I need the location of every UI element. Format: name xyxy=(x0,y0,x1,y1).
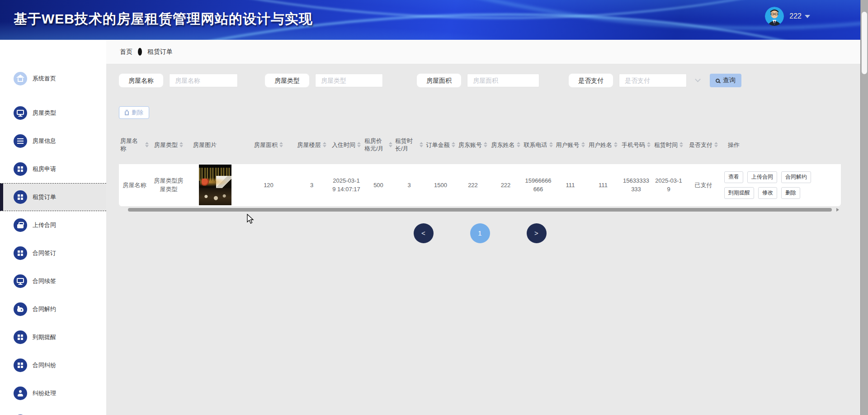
page-scrollbar[interactable] xyxy=(860,0,868,415)
sort-icon[interactable] xyxy=(145,142,149,147)
sort-icon[interactable] xyxy=(484,142,487,147)
sort-icon[interactable] xyxy=(614,142,618,147)
cell-user-account: 111 xyxy=(554,164,586,206)
column-header-mobile[interactable]: 手机号码 xyxy=(620,125,652,164)
paid-status-filter-label: 是否支付 xyxy=(569,74,613,87)
sidebar-item-system-home[interactable]: 系统首页 xyxy=(0,65,106,93)
sidebar-item-label: 合同纠纷 xyxy=(33,361,56,369)
grid-icon xyxy=(14,190,27,204)
sort-icon[interactable] xyxy=(420,142,423,147)
column-header-contact-phone[interactable]: 联系电话 xyxy=(522,125,554,164)
sidebar-item-partial[interactable] xyxy=(0,407,106,415)
house-area-input[interactable] xyxy=(467,74,539,87)
sidebar-item-expiry-reminder[interactable]: 到期提醒 xyxy=(0,323,106,351)
sidebar-item-rental-order[interactable]: 租赁订单 xyxy=(0,183,106,211)
sidebar-item-contract-signing[interactable]: 合同签订 xyxy=(0,239,106,267)
column-header-lease-time[interactable]: 租赁时间 xyxy=(652,125,685,164)
row-delete-button[interactable]: 删除 xyxy=(781,187,800,199)
trash-icon xyxy=(125,111,129,115)
sidebar-item-contract-dispute[interactable]: 合同纠纷 xyxy=(0,351,106,379)
username[interactable]: 222 xyxy=(789,12,802,20)
column-header-price[interactable]: 租房价格元/月 xyxy=(363,125,394,164)
monitor-icon xyxy=(14,106,27,120)
sort-icon[interactable] xyxy=(647,142,651,147)
app-header: 基于WEB技术的房屋租赁管理网站的设计与实现 222 xyxy=(0,0,868,40)
chevron-down-icon xyxy=(805,15,810,18)
house-type-input[interactable] xyxy=(315,74,383,87)
sidebar-item-rental-application[interactable]: 租房申请 xyxy=(0,155,106,183)
house-area-filter-label: 房屋面积 xyxy=(417,74,461,87)
next-page-button[interactable]: > xyxy=(527,223,547,243)
cell-mobile: 15633333333 xyxy=(620,164,652,206)
sort-icon[interactable] xyxy=(517,142,520,147)
cell-actions: 查看 上传合同 合同解约 到期提醒 修改 删除 xyxy=(722,164,841,206)
search-icon xyxy=(716,79,720,83)
delete-button[interactable]: 删除 xyxy=(119,106,149,119)
column-header-landlord-account[interactable]: 房东账号 xyxy=(457,125,489,164)
sort-icon[interactable] xyxy=(389,142,392,147)
table-scrollbar-thumb[interactable] xyxy=(128,208,832,212)
sidebar-item-label: 到期提醒 xyxy=(33,333,56,341)
prev-page-button[interactable]: < xyxy=(414,223,434,243)
contract-release-button[interactable]: 合同解约 xyxy=(781,171,811,183)
edit-button[interactable]: 修改 xyxy=(758,187,777,199)
column-header-landlord-name[interactable]: 房东姓名 xyxy=(489,125,522,164)
cell-house-name: 房屋名称 xyxy=(119,164,150,206)
column-header-house-area[interactable]: 房屋面积 xyxy=(243,125,294,164)
sidebar-item-upload-contract[interactable]: 上传合同 xyxy=(0,211,106,239)
expiry-reminder-button[interactable]: 到期提醒 xyxy=(724,187,754,199)
column-header-user-account[interactable]: 用户账号 xyxy=(554,125,586,164)
upload-contract-button[interactable]: 上传合同 xyxy=(747,171,777,183)
sort-icon[interactable] xyxy=(323,142,326,147)
sort-icon[interactable] xyxy=(357,142,361,147)
column-header-duration[interactable]: 租赁时长/月 xyxy=(394,125,425,164)
sort-icon[interactable] xyxy=(279,142,283,147)
column-header-paid-status[interactable]: 是否支付 xyxy=(685,125,722,164)
grid-icon xyxy=(14,358,27,372)
house-name-input[interactable] xyxy=(169,74,238,87)
paid-status-select[interactable] xyxy=(619,74,687,87)
cell-duration: 3 xyxy=(394,164,425,206)
cell-house-floor: 3 xyxy=(294,164,330,206)
sort-icon[interactable] xyxy=(549,142,553,147)
cell-price: 500 xyxy=(363,164,394,206)
sidebar-item-house-type[interactable]: 房屋类型 xyxy=(0,99,106,127)
pagination: < 1 > xyxy=(119,223,841,243)
page-scrollbar-thumb[interactable] xyxy=(862,12,867,74)
sort-icon[interactable] xyxy=(452,142,455,147)
column-header-order-amount[interactable]: 订单金额 xyxy=(425,125,457,164)
sort-icon[interactable] xyxy=(179,142,183,147)
house-photo[interactable] xyxy=(199,165,231,205)
view-button[interactable]: 查看 xyxy=(724,171,743,183)
column-header-house-floor[interactable]: 房屋楼层 xyxy=(294,125,330,164)
column-header-user-name[interactable]: 用户姓名 xyxy=(586,125,620,164)
user-avatar[interactable] xyxy=(765,7,784,26)
sort-icon[interactable] xyxy=(679,142,683,147)
sidebar-item-house-info[interactable]: 房屋信息 xyxy=(0,127,106,155)
cell-lease-time: 2025-03-19 xyxy=(652,164,685,206)
column-header-house-type[interactable]: 房屋类型 xyxy=(150,125,187,164)
sort-icon[interactable] xyxy=(714,142,718,147)
table-scrollbar[interactable] xyxy=(119,207,841,212)
sidebar-item-label: 上传合同 xyxy=(33,221,56,229)
sidebar: 系统首页 房屋类型 房屋信息 租房申请 租赁订单 上传合同 合同签订 合同续签 … xyxy=(0,40,106,415)
sidebar-item-contract-renewal[interactable]: 合同续签 xyxy=(0,267,106,295)
breadcrumb-home[interactable]: 首页 xyxy=(120,48,132,56)
table-header-row: 房屋名称 房屋类型 房屋图片 房屋面积 房屋楼层 入住时间 租房价格元/月 租赁… xyxy=(119,125,841,164)
cell-house-type: 房屋类型房屋类型 xyxy=(150,164,187,206)
column-header-house-name[interactable]: 房屋名称 xyxy=(119,125,150,164)
grid-icon xyxy=(14,162,27,176)
scroll-right-arrow-icon[interactable] xyxy=(836,208,839,212)
breadcrumb-bar: 首页 租赁订单 xyxy=(106,40,860,64)
sidebar-item-dispute-handling[interactable]: 纠纷处理 xyxy=(0,379,106,407)
breadcrumb: 首页 租赁订单 xyxy=(120,40,173,64)
user-menu[interactable]: 222 xyxy=(765,7,810,26)
sort-icon[interactable] xyxy=(581,142,585,147)
house-type-filter-label: 房屋类型 xyxy=(265,74,309,87)
select-chevron-down-icon[interactable] xyxy=(695,76,701,82)
sidebar-item-contract-release[interactable]: 合同解约 xyxy=(0,295,106,323)
search-button[interactable]: 查询 xyxy=(710,74,741,87)
cell-paid-status: 已支付 xyxy=(685,164,722,206)
current-page-button[interactable]: 1 xyxy=(470,223,490,243)
column-header-checkin-time[interactable]: 入住时间 xyxy=(330,125,363,164)
